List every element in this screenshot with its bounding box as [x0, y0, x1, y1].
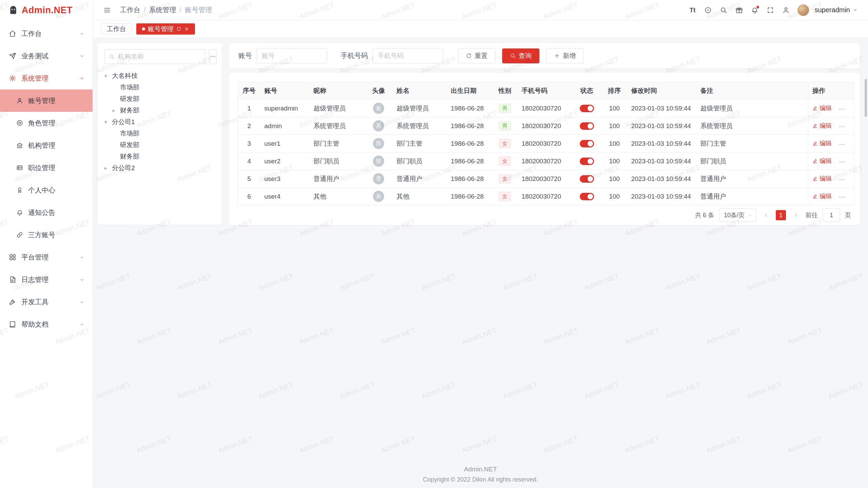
docs-icon: [9, 321, 16, 328]
account-filter-input[interactable]: [257, 48, 327, 63]
tree-node-label: 分公司2: [112, 164, 135, 172]
page-size-select[interactable]: 10条/页: [719, 208, 756, 222]
topbar: 工作台/系统管理/账号管理 Tt superadmin: [93, 0, 868, 20]
status-toggle[interactable]: [580, 105, 594, 112]
tree-node[interactable]: ▸财务部: [104, 105, 217, 116]
org-more-button[interactable]: [209, 49, 217, 64]
column-header: 序号: [238, 82, 260, 100]
goto-page-input[interactable]: [823, 208, 840, 222]
font-size-icon[interactable]: Tt: [686, 3, 699, 17]
edit-button[interactable]: 编辑: [812, 192, 832, 200]
caret-down-icon[interactable]: ▾: [104, 73, 112, 79]
sidebar-item-org[interactable]: 机构管理: [0, 134, 93, 157]
cell-remark: 部门主管: [696, 135, 808, 152]
tab-账号管理[interactable]: 账号管理: [136, 23, 195, 35]
sidebar-item-third-account[interactable]: 三方账号: [0, 224, 93, 246]
status-toggle[interactable]: [580, 175, 594, 183]
refresh-icon[interactable]: [176, 26, 181, 32]
sidebar-item-label: 日志管理: [21, 275, 48, 284]
status-toggle[interactable]: [580, 122, 594, 130]
breadcrumb-item[interactable]: 工作台: [120, 5, 140, 15]
column-header: 操作: [808, 82, 854, 100]
sidebar-item-position[interactable]: 职位管理: [0, 157, 93, 179]
tree-node[interactable]: 市场部: [104, 128, 217, 139]
sidebar-item-devtools[interactable]: 开发工具: [0, 291, 93, 313]
status-toggle[interactable]: [580, 193, 594, 200]
tree-node[interactable]: 市场部: [104, 82, 217, 93]
sidebar-item-account[interactable]: 账号管理: [0, 89, 93, 112]
edit-button[interactable]: 编辑: [812, 122, 832, 130]
breadcrumb-item[interactable]: 账号管理: [185, 5, 212, 15]
tools-icon: [9, 298, 16, 306]
more-actions-button[interactable]: [839, 141, 845, 148]
edit-icon: [812, 158, 818, 164]
cell-nickname: 系统管理员: [310, 117, 365, 135]
more-actions-button[interactable]: [839, 159, 845, 165]
caret-right-icon[interactable]: ▸: [104, 165, 112, 171]
sidebar-item-system[interactable]: 系统管理: [0, 67, 93, 89]
page-number[interactable]: 1: [776, 210, 786, 220]
sidebar-item-profile[interactable]: 个人中心: [0, 179, 93, 201]
cell-avatar: 其: [365, 188, 393, 205]
breadcrumb-item[interactable]: 系统管理: [149, 5, 176, 15]
user-icon[interactable]: [779, 3, 793, 17]
fullscreen-icon[interactable]: [764, 3, 777, 17]
tree-node[interactable]: 研发部: [104, 93, 217, 105]
edit-button[interactable]: 编辑: [812, 139, 832, 147]
status-toggle[interactable]: [580, 158, 594, 165]
tab-工作台[interactable]: 工作台: [101, 23, 132, 35]
table-row: 5user3普通用户普普通用户1986-06-28女18020030720100…: [238, 170, 854, 188]
sidebar-item-log[interactable]: 日志管理: [0, 268, 93, 291]
more-actions-button[interactable]: [839, 176, 845, 183]
collapse-menu-icon[interactable]: [100, 3, 114, 17]
chevron-down-icon[interactable]: [853, 7, 858, 13]
gift-icon[interactable]: [732, 3, 746, 17]
sidebar-item-docs[interactable]: 帮助文档: [0, 313, 93, 336]
search-button[interactable]: 查询: [502, 48, 539, 63]
theme-icon[interactable]: [701, 3, 715, 17]
notification-bell-icon[interactable]: [748, 3, 762, 17]
tree-node[interactable]: ▾大名科技: [104, 70, 217, 82]
cell-modified: 2023-01-03 10:59:44: [627, 170, 696, 188]
log-icon: [9, 276, 16, 283]
tree-node[interactable]: ▸分公司2: [104, 162, 217, 174]
tree-node[interactable]: 财务部: [104, 151, 217, 162]
chevron-down-icon: [79, 322, 84, 327]
sidebar-item-platform[interactable]: 平台管理: [0, 246, 93, 268]
username[interactable]: superadmin: [814, 6, 850, 14]
close-icon[interactable]: [184, 26, 189, 32]
sidebar-item-role[interactable]: 角色管理: [0, 112, 93, 134]
sidebar-item-business-test[interactable]: 业务测试: [0, 45, 93, 67]
edit-button[interactable]: 编辑: [812, 104, 832, 112]
edit-button[interactable]: 编辑: [812, 175, 832, 183]
add-button[interactable]: 新增: [546, 48, 584, 63]
phone-filter-input[interactable]: [373, 48, 443, 63]
search-icon[interactable]: [717, 3, 730, 17]
main-panel: 账号 手机号码 重置 查询 新增: [229, 43, 860, 225]
caret-right-icon[interactable]: ▸: [113, 107, 120, 114]
edit-button[interactable]: 编辑: [812, 157, 832, 165]
caret-down-icon[interactable]: ▾: [104, 119, 112, 125]
sidebar-item-notice[interactable]: 通知公告: [0, 201, 93, 224]
tree-node[interactable]: 研发部: [104, 139, 217, 151]
tree-node-label: 财务部: [120, 152, 139, 161]
sidebar-item-workbench[interactable]: 工作台: [0, 22, 93, 45]
prev-page-button[interactable]: [761, 210, 771, 220]
more-actions-button[interactable]: [839, 123, 845, 130]
tree-node-label: 研发部: [120, 141, 139, 149]
org-search-input[interactable]: [118, 53, 201, 60]
tree-node[interactable]: ▾分公司1: [104, 116, 217, 128]
cell-no: 6: [238, 188, 260, 205]
sidebar-item-label: 机构管理: [28, 141, 55, 150]
reset-button[interactable]: 重置: [458, 48, 495, 63]
more-actions-button[interactable]: [839, 194, 845, 201]
scrollbar-thumb[interactable]: [865, 79, 867, 117]
status-toggle[interactable]: [580, 140, 594, 147]
next-page-button[interactable]: [791, 210, 801, 220]
cell-no: 3: [238, 135, 260, 152]
table-card: 序号账号昵称头像姓名出生日期性别手机号码状态排序修改时间备注操作 1supera…: [229, 73, 860, 225]
user-avatar[interactable]: [797, 4, 809, 16]
tree-node-label: 大名科技: [112, 72, 138, 80]
home-icon: [9, 30, 16, 37]
more-actions-button[interactable]: [839, 106, 845, 113]
